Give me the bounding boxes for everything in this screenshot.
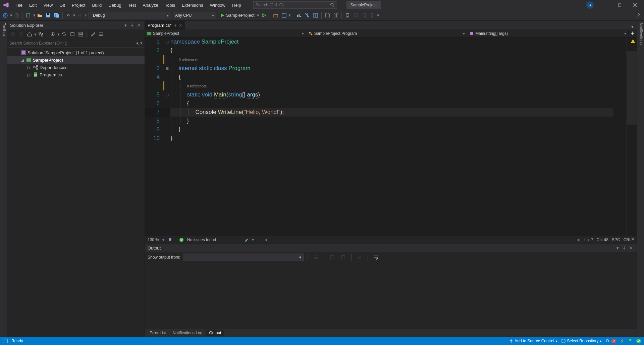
menu-build[interactable]: Build (89, 1, 105, 9)
split-editor-button[interactable]: ✚ (629, 29, 637, 37)
nav-right-icon[interactable]: ► (577, 237, 581, 242)
menu-window[interactable]: Window (207, 1, 229, 9)
solex-collapse-button[interactable] (77, 30, 85, 38)
save-all-button[interactable] (53, 11, 61, 19)
select-repository-button[interactable]: Select Repository ▴ (561, 339, 602, 343)
scrollbar-overview[interactable] (627, 38, 637, 236)
close-pane-icon[interactable] (136, 22, 142, 28)
configuration-combo[interactable]: Debug▾ (91, 12, 171, 19)
start-without-debug-button[interactable] (260, 11, 268, 19)
zoom-dropdown-icon[interactable]: ▾ (162, 237, 164, 242)
toolbar-btn-7[interactable] (332, 11, 340, 19)
nav-left-icon[interactable]: ◄ (264, 237, 268, 242)
solex-showall-button[interactable] (97, 30, 105, 38)
menu-debug[interactable]: Debug (105, 1, 124, 9)
toolbar-overflow[interactable]: ▾ (377, 11, 380, 19)
notifications-tab[interactable]: Notifications (637, 21, 644, 337)
bookmark-button[interactable] (343, 11, 352, 19)
expand-icon[interactable]: ▷ (28, 72, 32, 77)
close-pane-icon[interactable] (628, 245, 634, 251)
close-tab-icon[interactable] (179, 24, 182, 27)
toolbar-btn-6[interactable] (323, 11, 331, 19)
menu-edit[interactable]: Edit (26, 1, 40, 9)
solex-refresh-button[interactable] (68, 30, 76, 38)
redo-button[interactable] (76, 11, 84, 19)
nav-back-button[interactable] (1, 11, 9, 19)
pin-icon[interactable] (129, 22, 135, 28)
new-project-button[interactable] (24, 11, 33, 19)
global-search[interactable] (253, 1, 337, 9)
redo-dropdown[interactable]: ▾ (84, 11, 87, 19)
tab-error-list[interactable]: Error List (146, 330, 169, 336)
menu-view[interactable]: View (40, 1, 56, 9)
output-btn-1[interactable] (312, 253, 320, 261)
bookmark-prev-button[interactable] (352, 11, 360, 19)
solex-filter-button[interactable] (49, 30, 57, 38)
pane-dropdown-icon[interactable]: ▾ (614, 245, 621, 251)
code-editor[interactable]: 1⊟namespace SampleProject 2{ │ 0 referen… (145, 38, 627, 236)
menu-file[interactable]: File (12, 1, 26, 9)
toolbar-btn-5[interactable] (312, 11, 320, 19)
solution-explorer-search-input[interactable] (9, 41, 136, 46)
start-debug-button[interactable]: SampleProject (219, 11, 257, 19)
output-content[interactable] (145, 262, 637, 329)
toolbox-tab[interactable]: Toolbox (0, 21, 7, 337)
solex-sync-button[interactable] (60, 30, 68, 38)
output-btn-2[interactable] (328, 253, 336, 261)
undo-button[interactable] (64, 11, 72, 19)
solution-node[interactable]: Solution 'SampleProject' (1 of 1 project… (7, 49, 145, 56)
solex-switch-views-button[interactable] (37, 30, 45, 38)
fold-icon[interactable]: ⊟ (164, 64, 170, 73)
menu-analyze[interactable]: Analyze (139, 1, 161, 9)
codelens-references[interactable]: 0 references (187, 84, 207, 88)
nav-back-dropdown[interactable]: ▾ (10, 11, 12, 19)
output-wrap-button[interactable] (372, 253, 380, 261)
solex-forward-button[interactable] (17, 30, 25, 38)
lightbulb-icon[interactable] (168, 237, 172, 242)
output-window-icon[interactable] (3, 339, 8, 343)
indent-indicator[interactable]: SPC (612, 237, 620, 242)
menu-test[interactable]: Test (125, 1, 140, 9)
menu-tools[interactable]: Tools (162, 1, 178, 9)
chevron-down-icon[interactable]: ▾ (252, 237, 254, 242)
bookmark-next-button[interactable] (360, 11, 368, 19)
output-clear-button[interactable] (356, 253, 364, 261)
nav-method-combo[interactable]: Main(string[] args)▾ (467, 29, 629, 37)
undo-dropdown[interactable]: ▾ (73, 11, 75, 19)
project-node[interactable]: ◢ C# SampleProject (7, 56, 145, 64)
nav-class-combo[interactable]: SampleProject.Program▾ (306, 29, 468, 37)
bookmark-clear-button[interactable] (369, 11, 377, 19)
fold-icon[interactable]: ⊟ (164, 38, 170, 46)
menu-extensions[interactable]: Extensions (178, 1, 207, 9)
open-file-button[interactable] (36, 11, 44, 19)
solex-back-button[interactable] (9, 30, 17, 38)
solex-home-button[interactable] (25, 30, 34, 38)
pin-icon[interactable] (174, 24, 177, 27)
save-button[interactable] (44, 11, 52, 19)
menu-project[interactable]: Project (68, 1, 89, 9)
title-project-button[interactable]: SampleProject (346, 1, 381, 9)
toolbar-btn-4[interactable] (303, 11, 311, 19)
minimize-button[interactable] (596, 0, 612, 10)
tab-notifications-log[interactable]: Notifications Log (169, 330, 206, 336)
toolbar-btn-2[interactable] (280, 11, 288, 19)
live-share-button[interactable] (635, 11, 643, 19)
zoom-level[interactable]: 130 % (148, 237, 159, 242)
solex-filter-dropdown[interactable]: ▾ (57, 30, 60, 38)
start-debug-dropdown[interactable]: ▾ (257, 11, 260, 19)
user-avatar[interactable]: IA (586, 1, 594, 9)
menu-git[interactable]: Git (56, 1, 68, 9)
solex-properties-button[interactable] (89, 30, 97, 38)
toolbar-btn-1[interactable] (272, 11, 280, 19)
codelens-references[interactable]: 0 references (179, 57, 198, 62)
platform-combo[interactable]: Any CPU▾ (173, 12, 216, 19)
editor-tab[interactable]: Program.cs* (145, 21, 185, 29)
toolbar-btn-2-dropdown[interactable]: ▾ (288, 11, 291, 19)
add-source-control-button[interactable]: Add to Source Control ▴ (509, 339, 557, 343)
status-check-icon[interactable] (636, 338, 641, 344)
menu-help[interactable]: Help (229, 1, 245, 9)
expand-icon[interactable]: ▷ (28, 65, 32, 70)
lineending-indicator[interactable]: CRLF (624, 237, 634, 242)
toolbar-btn-3[interactable] (295, 11, 303, 19)
file-node[interactable]: ▷ C# Program.cs (7, 71, 145, 78)
